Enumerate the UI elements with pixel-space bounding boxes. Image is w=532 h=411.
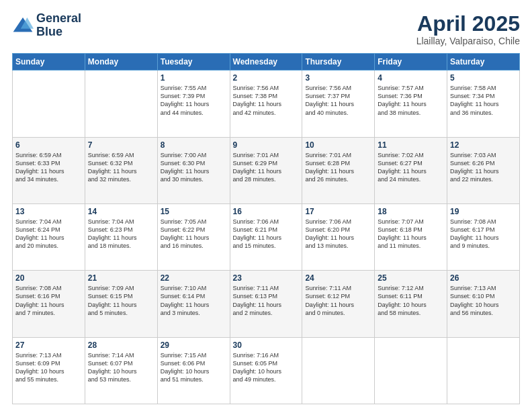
month-title: April 2025 — [416, 12, 520, 36]
day-number: 17 — [305, 207, 371, 216]
day-info: Sunrise: 7:56 AM Sunset: 7:37 PM Dayligh… — [305, 84, 371, 117]
day-info: Sunrise: 7:03 AM Sunset: 6:26 PM Dayligh… — [450, 151, 517, 184]
day-number: 6 — [15, 140, 82, 150]
table-row: 2Sunrise: 7:56 AM Sunset: 7:38 PM Daylig… — [230, 71, 302, 137]
day-number: 27 — [15, 340, 82, 350]
day-info: Sunrise: 7:06 AM Sunset: 6:20 PM Dayligh… — [305, 218, 371, 250]
table-row: 27Sunrise: 7:13 AM Sunset: 6:09 PM Dayli… — [13, 337, 85, 404]
day-info: Sunrise: 7:10 AM Sunset: 6:14 PM Dayligh… — [161, 284, 227, 317]
day-info: Sunrise: 7:13 AM Sunset: 6:09 PM Dayligh… — [15, 351, 82, 384]
calendar-table: Sunday Monday Tuesday Wednesday Thursday… — [12, 53, 520, 404]
day-number: 24 — [305, 273, 371, 283]
day-number: 12 — [450, 140, 517, 150]
day-info: Sunrise: 7:05 AM Sunset: 6:22 PM Dayligh… — [161, 218, 227, 250]
col-sunday: Sunday — [13, 54, 85, 71]
day-number: 2 — [233, 73, 300, 83]
header: General Blue April 2025 Llaillay, Valpar… — [12, 12, 520, 46]
day-info: Sunrise: 7:11 AM Sunset: 6:13 PM Dayligh… — [233, 284, 300, 317]
day-number: 23 — [233, 273, 300, 283]
table-row: 23Sunrise: 7:11 AM Sunset: 6:13 PM Dayli… — [230, 271, 302, 337]
day-number: 10 — [305, 140, 371, 150]
title-area: April 2025 Llaillay, Valparaiso, Chile — [416, 12, 520, 46]
day-info: Sunrise: 7:01 AM Sunset: 6:28 PM Dayligh… — [305, 151, 371, 184]
table-row: 21Sunrise: 7:09 AM Sunset: 6:15 PM Dayli… — [85, 271, 157, 337]
day-info: Sunrise: 7:13 AM Sunset: 6:10 PM Dayligh… — [450, 284, 517, 317]
day-number: 30 — [233, 340, 300, 350]
col-tuesday: Tuesday — [157, 54, 230, 71]
table-row: 12Sunrise: 7:03 AM Sunset: 6:26 PM Dayli… — [447, 137, 520, 203]
table-row — [375, 337, 447, 404]
table-row: 19Sunrise: 7:08 AM Sunset: 6:17 PM Dayli… — [447, 203, 520, 270]
col-friday: Friday — [375, 54, 447, 71]
logo-icon — [12, 15, 34, 36]
day-number: 8 — [161, 140, 227, 150]
col-monday: Monday — [85, 54, 157, 71]
page: General Blue April 2025 Llaillay, Valpar… — [0, 0, 532, 411]
table-row: 15Sunrise: 7:05 AM Sunset: 6:22 PM Dayli… — [157, 203, 230, 270]
calendar-header-row: Sunday Monday Tuesday Wednesday Thursday… — [13, 54, 520, 71]
table-row: 13Sunrise: 7:04 AM Sunset: 6:24 PM Dayli… — [13, 203, 85, 270]
day-info: Sunrise: 7:14 AM Sunset: 6:07 PM Dayligh… — [88, 351, 154, 384]
table-row — [302, 337, 375, 404]
table-row: 8Sunrise: 7:00 AM Sunset: 6:30 PM Daylig… — [157, 137, 230, 203]
day-info: Sunrise: 7:08 AM Sunset: 6:16 PM Dayligh… — [15, 284, 82, 317]
day-info: Sunrise: 7:11 AM Sunset: 6:12 PM Dayligh… — [305, 284, 371, 317]
day-number: 21 — [88, 273, 154, 283]
day-number: 9 — [233, 140, 300, 150]
day-number: 28 — [88, 340, 154, 350]
day-number: 5 — [450, 73, 517, 83]
table-row: 14Sunrise: 7:04 AM Sunset: 6:23 PM Dayli… — [85, 203, 157, 270]
table-row: 3Sunrise: 7:56 AM Sunset: 7:37 PM Daylig… — [302, 71, 375, 137]
table-row: 11Sunrise: 7:02 AM Sunset: 6:27 PM Dayli… — [375, 137, 447, 203]
day-info: Sunrise: 6:59 AM Sunset: 6:33 PM Dayligh… — [15, 151, 82, 184]
day-info: Sunrise: 7:01 AM Sunset: 6:29 PM Dayligh… — [233, 151, 300, 184]
day-info: Sunrise: 7:07 AM Sunset: 6:18 PM Dayligh… — [378, 218, 444, 250]
day-info: Sunrise: 7:55 AM Sunset: 7:39 PM Dayligh… — [161, 84, 227, 117]
table-row: 10Sunrise: 7:01 AM Sunset: 6:28 PM Dayli… — [302, 137, 375, 203]
day-number: 19 — [450, 207, 517, 216]
day-info: Sunrise: 7:04 AM Sunset: 6:23 PM Dayligh… — [88, 218, 154, 250]
table-row: 30Sunrise: 7:16 AM Sunset: 6:05 PM Dayli… — [230, 337, 302, 404]
calendar-week-row: 6Sunrise: 6:59 AM Sunset: 6:33 PM Daylig… — [13, 137, 520, 203]
calendar-week-row: 20Sunrise: 7:08 AM Sunset: 6:16 PM Dayli… — [13, 271, 520, 337]
day-info: Sunrise: 7:04 AM Sunset: 6:24 PM Dayligh… — [15, 218, 82, 250]
table-row: 16Sunrise: 7:06 AM Sunset: 6:21 PM Dayli… — [230, 203, 302, 270]
col-wednesday: Wednesday — [230, 54, 302, 71]
calendar-week-row: 13Sunrise: 7:04 AM Sunset: 6:24 PM Dayli… — [13, 203, 520, 270]
day-number: 1 — [161, 73, 227, 83]
day-info: Sunrise: 7:08 AM Sunset: 6:17 PM Dayligh… — [450, 218, 517, 250]
table-row: 28Sunrise: 7:14 AM Sunset: 6:07 PM Dayli… — [85, 337, 157, 404]
calendar-week-row: 27Sunrise: 7:13 AM Sunset: 6:09 PM Dayli… — [13, 337, 520, 404]
day-number: 26 — [450, 273, 517, 283]
day-number: 18 — [378, 207, 444, 216]
logo: General Blue — [12, 12, 81, 39]
day-info: Sunrise: 7:58 AM Sunset: 7:34 PM Dayligh… — [450, 84, 517, 117]
table-row — [13, 71, 85, 137]
table-row: 26Sunrise: 7:13 AM Sunset: 6:10 PM Dayli… — [447, 271, 520, 337]
day-number: 16 — [233, 207, 300, 216]
day-number: 20 — [15, 273, 82, 283]
day-info: Sunrise: 7:56 AM Sunset: 7:38 PM Dayligh… — [233, 84, 300, 117]
col-saturday: Saturday — [447, 54, 520, 71]
table-row: 6Sunrise: 6:59 AM Sunset: 6:33 PM Daylig… — [13, 137, 85, 203]
day-number: 15 — [161, 207, 227, 216]
table-row: 4Sunrise: 7:57 AM Sunset: 7:36 PM Daylig… — [375, 71, 447, 137]
day-number: 7 — [88, 140, 154, 150]
day-number: 13 — [15, 207, 82, 216]
day-number: 25 — [378, 273, 444, 283]
table-row: 25Sunrise: 7:12 AM Sunset: 6:11 PM Dayli… — [375, 271, 447, 337]
day-info: Sunrise: 7:02 AM Sunset: 6:27 PM Dayligh… — [378, 151, 444, 184]
table-row: 9Sunrise: 7:01 AM Sunset: 6:29 PM Daylig… — [230, 137, 302, 203]
day-info: Sunrise: 7:57 AM Sunset: 7:36 PM Dayligh… — [378, 84, 444, 117]
day-info: Sunrise: 7:00 AM Sunset: 6:30 PM Dayligh… — [161, 151, 227, 184]
location-subtitle: Llaillay, Valparaiso, Chile — [416, 36, 520, 46]
logo-text: General Blue — [36, 12, 81, 39]
day-info: Sunrise: 7:15 AM Sunset: 6:06 PM Dayligh… — [161, 351, 227, 384]
day-info: Sunrise: 7:12 AM Sunset: 6:11 PM Dayligh… — [378, 284, 444, 317]
table-row: 1Sunrise: 7:55 AM Sunset: 7:39 PM Daylig… — [157, 71, 230, 137]
day-number: 22 — [161, 273, 227, 283]
calendar-week-row: 1Sunrise: 7:55 AM Sunset: 7:39 PM Daylig… — [13, 71, 520, 137]
table-row: 5Sunrise: 7:58 AM Sunset: 7:34 PM Daylig… — [447, 71, 520, 137]
table-row: 24Sunrise: 7:11 AM Sunset: 6:12 PM Dayli… — [302, 271, 375, 337]
table-row: 22Sunrise: 7:10 AM Sunset: 6:14 PM Dayli… — [157, 271, 230, 337]
